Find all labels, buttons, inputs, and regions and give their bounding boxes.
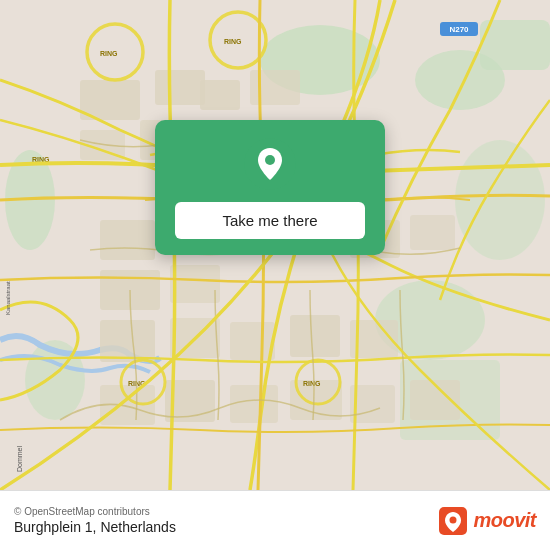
svg-rect-10 bbox=[155, 70, 205, 105]
svg-text:RING: RING bbox=[224, 38, 242, 45]
svg-rect-25 bbox=[230, 322, 275, 360]
svg-rect-26 bbox=[290, 315, 340, 357]
bottom-bar: © OpenStreetMap contributors Burghplein … bbox=[0, 490, 550, 550]
svg-text:RING: RING bbox=[100, 50, 118, 57]
svg-rect-30 bbox=[230, 385, 278, 423]
map-area: RING RING RING RING RING N270 bbox=[0, 0, 550, 490]
svg-text:Dommel: Dommel bbox=[16, 445, 23, 472]
moovit-brand-text: moovit bbox=[473, 509, 536, 532]
bottom-info: © OpenStreetMap contributors Burghplein … bbox=[14, 506, 176, 535]
moovit-icon bbox=[439, 507, 467, 535]
osm-credit: © OpenStreetMap contributors bbox=[14, 506, 176, 517]
svg-rect-15 bbox=[100, 220, 155, 260]
moovit-logo: moovit bbox=[439, 507, 536, 535]
svg-rect-14 bbox=[250, 70, 300, 105]
svg-point-48 bbox=[265, 155, 275, 165]
location-popup: Take me there bbox=[155, 120, 385, 255]
svg-rect-23 bbox=[100, 320, 155, 362]
svg-rect-22 bbox=[410, 215, 455, 250]
svg-rect-13 bbox=[200, 80, 240, 110]
location-pin-icon bbox=[244, 138, 296, 190]
svg-text:RING: RING bbox=[303, 380, 321, 387]
svg-rect-18 bbox=[170, 265, 220, 303]
take-me-there-button[interactable]: Take me there bbox=[175, 202, 365, 239]
svg-rect-3 bbox=[480, 20, 550, 70]
svg-text:N270: N270 bbox=[449, 25, 469, 34]
location-name: Burghplein 1, Netherlands bbox=[14, 519, 176, 535]
svg-text:Kanaalstraat: Kanaalstraat bbox=[5, 281, 11, 315]
svg-point-50 bbox=[450, 516, 457, 523]
